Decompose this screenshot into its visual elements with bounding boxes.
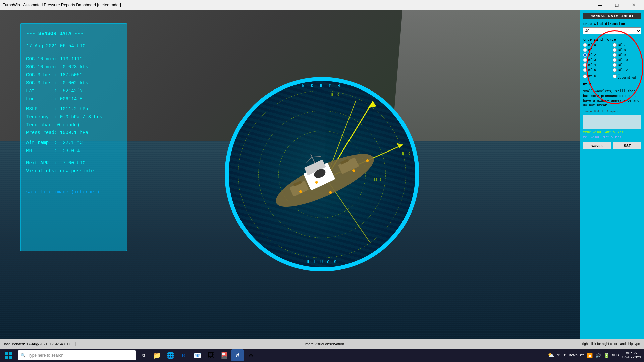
compass-circle: Bf 9 Bf 6 Bf 3 N O R T H H L U O S bbox=[225, 77, 419, 272]
weather-condition: Bewolkt bbox=[569, 353, 584, 357]
bf-notdetermined-radio[interactable]: not determined bbox=[613, 73, 642, 80]
volume-icon: 🔊 bbox=[595, 353, 601, 358]
clock-date: 17-8-2021 bbox=[622, 355, 641, 359]
search-bar[interactable]: 🔍 Type here to search bbox=[18, 350, 136, 360]
bf-description-text: Small wavelets, still shortbut more pron… bbox=[583, 89, 641, 108]
waves-button[interactable]: waves bbox=[583, 142, 611, 149]
close-button[interactable]: ✕ bbox=[626, 0, 641, 10]
solitaire-icon[interactable]: 🎴 bbox=[218, 349, 230, 361]
taskbar-system-tray: ⛅ 15°C Bewolkt 🔼 🔊 🔋 NLD 08:55 17-8-2021 bbox=[545, 351, 644, 359]
main-content: --- SENSOR DATA --- 17-Aug-2021 06:54 UT… bbox=[0, 10, 644, 339]
status-right: — right click for night colors and ship … bbox=[574, 342, 644, 346]
sensor-panel: --- SENSOR DATA --- 17-Aug-2021 06:54 UT… bbox=[20, 23, 127, 251]
north-label: N O R T H bbox=[302, 84, 342, 88]
battery-icon: 🔋 bbox=[604, 353, 609, 358]
start-button[interactable] bbox=[0, 349, 17, 362]
bf-radio-grid: Bf 0 Bf 7 Bf 1 Bf 8 Bf 2 Bf 9 Bf 3 Bf 10… bbox=[583, 43, 641, 80]
bf6-label: Bf 6 bbox=[402, 152, 410, 156]
wave-image-placeholder bbox=[583, 115, 641, 129]
bf12-radio[interactable]: Bf 12 bbox=[613, 68, 642, 72]
clock-area[interactable]: 08:55 17-8-2021 bbox=[622, 351, 641, 359]
bf10-radio[interactable]: Bf 10 bbox=[613, 58, 642, 62]
press-read: Press read: 1009.1 hPa bbox=[26, 129, 121, 137]
minimize-button[interactable]: — bbox=[592, 0, 608, 10]
svg-rect-24 bbox=[5, 356, 8, 359]
windows-logo-icon bbox=[5, 352, 12, 359]
satellite-link[interactable]: satellite image (internet) bbox=[26, 189, 99, 195]
maximize-button[interactable]: □ bbox=[609, 0, 625, 10]
true-wind-display: true wind: 40° 5 kts bbox=[583, 131, 641, 134]
word-icon[interactable]: W bbox=[231, 349, 244, 361]
svg-rect-22 bbox=[5, 352, 8, 355]
compass-container: Bf 9 Bf 6 Bf 3 N O R T H H L U O S bbox=[225, 77, 419, 272]
tend-char: Tend.char: 0 (code) bbox=[26, 121, 121, 129]
manual-data-panel: MANUAL DATA INPUT true wind direction 40… bbox=[580, 10, 644, 339]
panel-bottom-buttons: waves SST bbox=[583, 142, 641, 149]
bf8-radio[interactable]: Bf 8 bbox=[613, 48, 642, 52]
bf11-radio[interactable]: Bf 11 bbox=[613, 63, 642, 67]
keyboard-layout: NLD bbox=[612, 353, 619, 357]
file-explorer-icon[interactable]: 📁 bbox=[151, 349, 163, 361]
wind-direction-label: true wind direction bbox=[583, 22, 641, 26]
next-apr: Next APR : 7:00 UTC bbox=[26, 159, 121, 167]
search-icon: 🔍 bbox=[21, 353, 26, 358]
bf6-radio[interactable]: Bf 6 bbox=[583, 73, 612, 80]
outlook-icon[interactable]: 📧 bbox=[191, 349, 203, 361]
bf9-label: Bf 9 bbox=[331, 93, 339, 97]
cog-3hrs: COG-3_hrs : 187.505° bbox=[26, 71, 121, 79]
chrome-icon[interactable]: 🌐 bbox=[164, 349, 176, 361]
sst-button[interactable]: SST bbox=[613, 142, 641, 149]
lat: Lat : 52°42'N bbox=[26, 87, 121, 95]
visual-obs: Visual obs: now possible bbox=[26, 167, 121, 175]
sensor-datetime: 17-Aug-2021 06:54 UTC bbox=[26, 42, 121, 50]
lon: Lon : 006°14'E bbox=[26, 95, 121, 103]
image-credit: image © G.J. Simpson bbox=[583, 110, 641, 113]
search-placeholder: Type here to search bbox=[28, 353, 63, 358]
tendency: Tendency : 0.0 hPa / 3 hrs bbox=[26, 113, 121, 121]
bf9-radio[interactable]: Bf 9 bbox=[613, 53, 642, 57]
mslp: MSLP : 1011.2 hPa bbox=[26, 105, 121, 113]
window-title: TurboWin+ Automated Pressure Reports Das… bbox=[3, 3, 121, 7]
sensor-title: --- SENSOR DATA --- bbox=[26, 29, 121, 38]
bf3-label: Bf 3 bbox=[374, 178, 382, 182]
wind-direction-select[interactable]: 40 50 60 bbox=[583, 27, 641, 34]
bf0-radio[interactable]: Bf 0 bbox=[583, 43, 612, 47]
taskbar: 🔍 Type here to search ⧉ 📁 🌐 e 📧 🖼 🎴 W ⚙ … bbox=[0, 349, 644, 362]
bf4-radio[interactable]: Bf 4 bbox=[583, 63, 612, 67]
bf2-radio[interactable]: Bf 2 bbox=[583, 53, 612, 57]
status-left: last updated: 17-Aug-2021 06:54:54 UTC bbox=[0, 342, 75, 346]
ring-inner bbox=[278, 131, 366, 218]
weather-icon: ⛅ bbox=[548, 352, 554, 359]
status-bar: last updated: 17-Aug-2021 06:54:54 UTC m… bbox=[0, 339, 644, 349]
rh: RH : 53.0 % bbox=[26, 147, 121, 155]
sog-10min: SOG-10_min: 0.023 kts bbox=[26, 63, 121, 71]
cog-10min: COG-10_min: 113.111° bbox=[26, 55, 121, 63]
photos-icon[interactable]: 🖼 bbox=[205, 349, 217, 361]
manual-panel-title: MANUAL DATA INPUT bbox=[583, 13, 641, 19]
bf7-radio[interactable]: Bf 7 bbox=[613, 43, 642, 47]
task-view-button[interactable]: ⧉ bbox=[138, 349, 150, 361]
extra-icon[interactable]: ⚙ bbox=[245, 349, 257, 361]
title-bar: TurboWin+ Automated Pressure Reports Das… bbox=[0, 0, 644, 10]
bf3-radio[interactable]: Bf 3 bbox=[583, 58, 612, 62]
south-label: H L U O S bbox=[307, 260, 337, 265]
svg-rect-25 bbox=[9, 356, 12, 359]
edge-icon[interactable]: e bbox=[178, 349, 190, 361]
title-controls: — □ ✕ bbox=[592, 0, 641, 10]
svg-rect-23 bbox=[9, 352, 12, 355]
sog-3hrs: SOG-3_hrs : 0.002 kts bbox=[26, 79, 121, 87]
weather-temp: 15°C bbox=[557, 353, 566, 357]
bf5-radio[interactable]: Bf 5 bbox=[583, 68, 612, 72]
air-temp: Air temp : 22.1 °C bbox=[26, 139, 121, 147]
rel-wind-display: rel.wind: 37° 5 kts bbox=[583, 136, 641, 139]
network-icon: 🔼 bbox=[587, 353, 593, 358]
status-center: more visual observation bbox=[75, 342, 574, 346]
wind-force-label: true wind force bbox=[583, 38, 641, 42]
bf-description-title: Bf 2: bbox=[583, 82, 641, 87]
bf1-radio[interactable]: Bf 1 bbox=[583, 48, 612, 52]
clock-time: 08:55 bbox=[622, 351, 641, 355]
